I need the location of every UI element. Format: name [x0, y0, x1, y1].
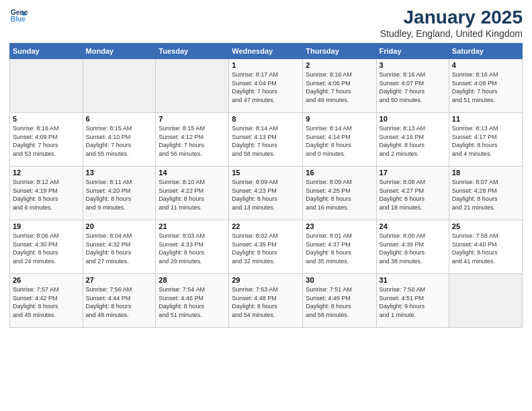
calendar-cell-w3d0: 19Sunrise: 8:06 AM Sunset: 4:30 PM Dayli…	[10, 220, 83, 274]
day-number: 18	[452, 169, 519, 177]
day-number: 2	[306, 61, 373, 69]
day-number: 25	[452, 222, 519, 230]
day-number: 28	[159, 276, 226, 284]
day-detail: Sunrise: 8:01 AM Sunset: 4:37 PM Dayligh…	[306, 232, 373, 265]
calendar-cell-w2d6: 18Sunrise: 8:07 AM Sunset: 4:28 PM Dayli…	[449, 167, 522, 220]
calendar: SundayMondayTuesdayWednesdayThursdayFrid…	[9, 43, 523, 328]
calendar-cell-w0d6: 4Sunrise: 8:16 AM Sunset: 4:08 PM Daylig…	[449, 59, 522, 113]
calendar-cell-w3d4: 23Sunrise: 8:01 AM Sunset: 4:37 PM Dayli…	[303, 220, 376, 274]
calendar-cell-w3d1: 20Sunrise: 8:04 AM Sunset: 4:32 PM Dayli…	[83, 220, 156, 274]
calendar-cell-w1d0: 5Sunrise: 8:16 AM Sunset: 4:09 PM Daylig…	[10, 113, 83, 167]
day-number: 8	[232, 115, 300, 123]
day-number: 7	[159, 115, 226, 123]
weekday-header-sunday: Sunday	[10, 44, 83, 59]
calendar-cell-w2d1: 13Sunrise: 8:11 AM Sunset: 4:20 PM Dayli…	[83, 167, 156, 220]
day-detail: Sunrise: 7:57 AM Sunset: 4:42 PM Dayligh…	[13, 285, 80, 319]
day-number: 21	[159, 222, 226, 230]
day-detail: Sunrise: 8:06 AM Sunset: 4:30 PM Dayligh…	[13, 232, 80, 265]
day-number: 20	[86, 222, 153, 230]
svg-text:Blue: Blue	[11, 15, 26, 23]
calendar-cell-w1d3: 8Sunrise: 8:14 AM Sunset: 4:13 PM Daylig…	[229, 113, 303, 167]
day-number: 31	[380, 276, 446, 284]
calendar-cell-w3d5: 24Sunrise: 8:00 AM Sunset: 4:39 PM Dayli…	[376, 220, 449, 274]
day-number: 9	[306, 115, 373, 123]
day-number: 15	[232, 169, 300, 177]
weekday-header-thursday: Thursday	[303, 44, 376, 59]
calendar-cell-w0d3: 1Sunrise: 8:17 AM Sunset: 4:04 PM Daylig…	[229, 59, 303, 113]
weekday-header-friday: Friday	[376, 44, 449, 59]
day-number: 27	[86, 276, 153, 284]
day-detail: Sunrise: 8:00 AM Sunset: 4:39 PM Dayligh…	[380, 232, 446, 265]
day-number: 11	[452, 115, 519, 123]
day-number: 4	[452, 61, 519, 69]
day-number: 14	[159, 169, 226, 177]
day-number: 17	[380, 169, 446, 177]
calendar-cell-w2d2: 14Sunrise: 8:10 AM Sunset: 4:22 PM Dayli…	[156, 167, 229, 220]
calendar-cell-w2d3: 15Sunrise: 8:09 AM Sunset: 4:23 PM Dayli…	[229, 167, 303, 220]
calendar-cell-w0d1	[83, 59, 156, 113]
calendar-cell-w4d1: 27Sunrise: 7:56 AM Sunset: 4:44 PM Dayli…	[83, 274, 156, 328]
day-detail: Sunrise: 8:15 AM Sunset: 4:12 PM Dayligh…	[159, 124, 226, 158]
day-number: 22	[232, 222, 300, 230]
day-number: 10	[380, 115, 446, 123]
day-number: 19	[13, 222, 80, 230]
weekday-header-tuesday: Tuesday	[156, 44, 229, 59]
day-number: 16	[306, 169, 373, 177]
weekday-header-wednesday: Wednesday	[229, 44, 303, 59]
calendar-cell-w4d4: 30Sunrise: 7:51 AM Sunset: 4:49 PM Dayli…	[303, 274, 376, 328]
calendar-cell-w1d5: 10Sunrise: 8:13 AM Sunset: 4:16 PM Dayli…	[376, 113, 449, 167]
day-detail: Sunrise: 7:54 AM Sunset: 4:46 PM Dayligh…	[159, 285, 226, 319]
day-detail: Sunrise: 8:16 AM Sunset: 4:07 PM Dayligh…	[380, 71, 446, 104]
day-detail: Sunrise: 8:13 AM Sunset: 4:16 PM Dayligh…	[380, 124, 446, 158]
calendar-cell-w1d4: 9Sunrise: 8:14 AM Sunset: 4:14 PM Daylig…	[303, 113, 376, 167]
calendar-cell-w4d3: 29Sunrise: 7:53 AM Sunset: 4:48 PM Dayli…	[229, 274, 303, 328]
day-detail: Sunrise: 8:14 AM Sunset: 4:14 PM Dayligh…	[306, 124, 373, 158]
calendar-cell-w2d4: 16Sunrise: 8:09 AM Sunset: 4:25 PM Dayli…	[303, 167, 376, 220]
day-number: 30	[306, 276, 373, 284]
weekday-header-saturday: Saturday	[449, 44, 522, 59]
calendar-cell-w2d5: 17Sunrise: 8:08 AM Sunset: 4:27 PM Dayli…	[376, 167, 449, 220]
day-number: 13	[86, 169, 153, 177]
day-detail: Sunrise: 8:16 AM Sunset: 4:09 PM Dayligh…	[13, 124, 80, 158]
day-number: 3	[380, 61, 446, 69]
calendar-cell-w0d0	[10, 59, 83, 113]
day-number: 1	[232, 61, 300, 69]
subtitle: Studley, England, United Kingdom	[380, 28, 523, 39]
calendar-cell-w4d0: 26Sunrise: 7:57 AM Sunset: 4:42 PM Dayli…	[10, 274, 83, 328]
day-number: 12	[13, 169, 80, 177]
day-detail: Sunrise: 7:56 AM Sunset: 4:44 PM Dayligh…	[86, 285, 153, 319]
day-detail: Sunrise: 8:17 AM Sunset: 4:04 PM Dayligh…	[232, 71, 300, 104]
day-number: 29	[232, 276, 300, 284]
day-detail: Sunrise: 8:10 AM Sunset: 4:22 PM Dayligh…	[159, 178, 226, 212]
calendar-cell-w3d2: 21Sunrise: 8:03 AM Sunset: 4:33 PM Dayli…	[156, 220, 229, 274]
logo: General Blue	[9, 7, 30, 26]
day-detail: Sunrise: 8:04 AM Sunset: 4:32 PM Dayligh…	[86, 232, 153, 265]
day-detail: Sunrise: 8:15 AM Sunset: 4:10 PM Dayligh…	[86, 124, 153, 158]
day-detail: Sunrise: 8:12 AM Sunset: 4:19 PM Dayligh…	[13, 178, 80, 212]
calendar-cell-w0d2	[156, 59, 229, 113]
day-number: 24	[380, 222, 446, 230]
day-detail: Sunrise: 8:02 AM Sunset: 4:35 PM Dayligh…	[232, 232, 300, 265]
calendar-cell-w0d4: 2Sunrise: 8:16 AM Sunset: 4:06 PM Daylig…	[303, 59, 376, 113]
day-number: 23	[306, 222, 373, 230]
day-detail: Sunrise: 8:07 AM Sunset: 4:28 PM Dayligh…	[452, 178, 519, 212]
month-title: January 2025	[380, 7, 523, 28]
weekday-header-monday: Monday	[83, 44, 156, 59]
calendar-cell-w1d2: 7Sunrise: 8:15 AM Sunset: 4:12 PM Daylig…	[156, 113, 229, 167]
day-detail: Sunrise: 7:53 AM Sunset: 4:48 PM Dayligh…	[232, 285, 300, 319]
day-detail: Sunrise: 8:09 AM Sunset: 4:23 PM Dayligh…	[232, 178, 300, 212]
day-detail: Sunrise: 7:58 AM Sunset: 4:40 PM Dayligh…	[452, 232, 519, 265]
day-detail: Sunrise: 8:13 AM Sunset: 4:17 PM Dayligh…	[452, 124, 519, 158]
day-number: 5	[13, 115, 80, 123]
day-detail: Sunrise: 8:16 AM Sunset: 4:08 PM Dayligh…	[452, 71, 519, 104]
day-detail: Sunrise: 7:51 AM Sunset: 4:49 PM Dayligh…	[306, 285, 373, 319]
day-detail: Sunrise: 7:50 AM Sunset: 4:51 PM Dayligh…	[380, 285, 446, 319]
calendar-cell-w4d6	[449, 274, 522, 328]
calendar-cell-w3d3: 22Sunrise: 8:02 AM Sunset: 4:35 PM Dayli…	[229, 220, 303, 274]
calendar-cell-w4d5: 31Sunrise: 7:50 AM Sunset: 4:51 PM Dayli…	[376, 274, 449, 328]
day-detail: Sunrise: 8:11 AM Sunset: 4:20 PM Dayligh…	[86, 178, 153, 212]
calendar-cell-w4d2: 28Sunrise: 7:54 AM Sunset: 4:46 PM Dayli…	[156, 274, 229, 328]
day-detail: Sunrise: 8:16 AM Sunset: 4:06 PM Dayligh…	[306, 71, 373, 104]
calendar-cell-w1d1: 6Sunrise: 8:15 AM Sunset: 4:10 PM Daylig…	[83, 113, 156, 167]
calendar-cell-w1d6: 11Sunrise: 8:13 AM Sunset: 4:17 PM Dayli…	[449, 113, 522, 167]
